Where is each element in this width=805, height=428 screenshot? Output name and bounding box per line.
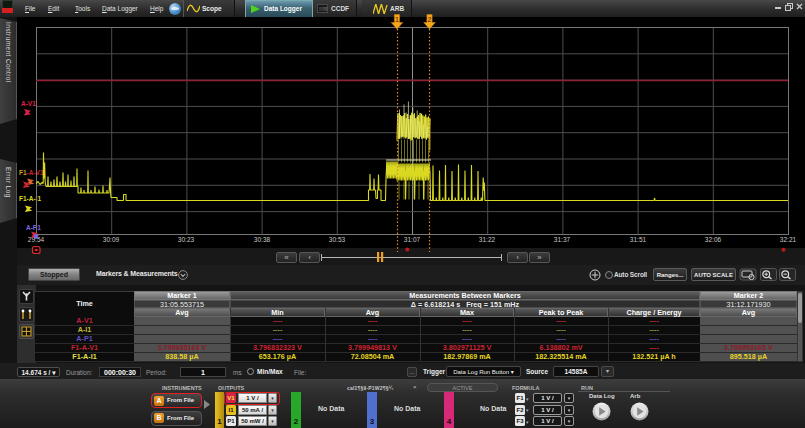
svg-text:2: 2 (428, 16, 432, 23)
svg-text:1: 1 (395, 16, 399, 23)
